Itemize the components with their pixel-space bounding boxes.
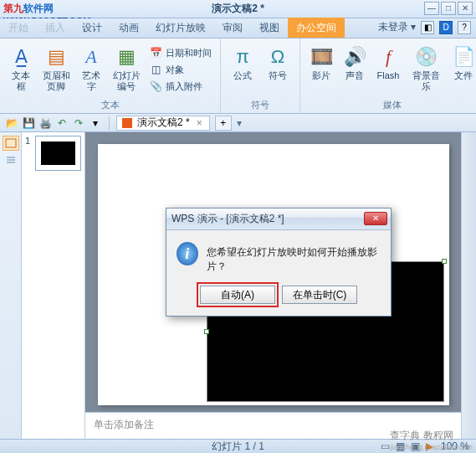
movie-button[interactable]: 🎞️影片	[305, 42, 337, 97]
titlebar: 第九软件网 WWW.D9SOFT.COM 演示文稿2 * — □ ✕	[0, 0, 476, 18]
ribbon-tabs: 开始 插入 设计 动画 幻灯片放映 审阅 视图 办公空间 未登录 ▾ ◧ D ?	[0, 18, 476, 39]
formula-button[interactable]: π公式	[226, 42, 259, 97]
skin-icon[interactable]: ◧	[421, 21, 434, 34]
undo-icon[interactable]: ↶	[55, 116, 69, 130]
auto-button[interactable]: 自动(A)	[200, 286, 275, 304]
view-switcher	[0, 132, 22, 439]
dialog-message: 您希望在幻灯片放映时如何开始播放影片？	[207, 242, 381, 274]
add-tab-button[interactable]: +	[215, 116, 232, 131]
tab-animation[interactable]: 动画	[110, 18, 147, 38]
qat-more-icon[interactable]: ▾	[89, 116, 102, 130]
tab-design[interactable]: 设计	[74, 18, 110, 38]
dialog-titlebar[interactable]: WPS 演示 - [演示文稿2 *] ✕	[166, 208, 391, 230]
ribbon: A̲文本框 ▤页眉和页脚 A艺术字 ▦幻灯片编号 📅日期和时间 ◫对象 📎插入附…	[0, 39, 476, 114]
dialog-close-button[interactable]: ✕	[364, 212, 387, 225]
file-button[interactable]: 📄文件	[448, 42, 476, 97]
minimize-button[interactable]: —	[424, 2, 439, 15]
close-tab-icon[interactable]: ×	[195, 117, 204, 129]
open-icon[interactable]: 📂	[5, 116, 18, 130]
resize-handle[interactable]	[204, 329, 209, 334]
vertical-scrollbar[interactable]	[461, 132, 476, 439]
group-text-label: 文本	[5, 97, 215, 111]
textbox-button[interactable]: A̲文本框	[5, 42, 37, 97]
document-tab-label: 演示文稿2 *	[137, 116, 190, 130]
symbol-button[interactable]: Ω符号	[261, 42, 294, 97]
wordart-button[interactable]: A艺术字	[75, 42, 107, 97]
info-icon: i	[177, 242, 198, 265]
sound-button[interactable]: 🔊声音	[339, 42, 371, 97]
window-title: 演示文稿2 *	[212, 2, 264, 16]
maximize-button[interactable]: □	[441, 2, 456, 15]
tab-review[interactable]: 审阅	[214, 18, 251, 38]
watermark: 查字典 教程网 jiaocheng.chazidian.com	[390, 429, 473, 451]
dialog-title: WPS 演示 - [演示文稿2 *]	[171, 212, 284, 226]
resize-handle[interactable]	[442, 259, 447, 264]
tab-office-space[interactable]: 办公空间	[288, 18, 345, 38]
document-tab[interactable]: 演示文稿2 * ×	[116, 116, 210, 131]
slide-number-button[interactable]: ▦幻灯片编号	[109, 42, 144, 97]
save-icon[interactable]: 💾	[22, 116, 35, 130]
redo-icon[interactable]: ↷	[72, 116, 85, 130]
flash-button[interactable]: fFlash	[372, 42, 404, 97]
bgmusic-button[interactable]: 💿背景音乐	[406, 42, 446, 97]
datetime-button[interactable]: 📅日期和时间	[146, 45, 215, 60]
slide-number: 1	[25, 136, 32, 171]
presentation-icon	[122, 118, 132, 128]
slide-preview	[35, 136, 81, 171]
close-button[interactable]: ✕	[458, 2, 473, 15]
thumbnail-view-button[interactable]	[3, 136, 19, 151]
tab-slideshow[interactable]: 幻灯片放映	[147, 18, 214, 38]
object-button[interactable]: ◫对象	[146, 62, 215, 77]
tab-home[interactable]: 开始	[0, 18, 37, 38]
outline-view-button[interactable]	[3, 152, 19, 167]
slide-thumbnail[interactable]: 1	[25, 136, 81, 171]
thumbnail-panel: 1	[22, 132, 85, 439]
help-icon[interactable]: ?	[458, 21, 471, 34]
quick-access-toolbar: 📂 💾 🖨️ ↶ ↷ ▾ 演示文稿2 * × + ▾	[0, 114, 476, 132]
login-status[interactable]: 未登录 ▾	[378, 20, 416, 34]
attachment-button[interactable]: 📎插入附件	[146, 79, 215, 94]
group-media-label: 媒体	[305, 97, 476, 111]
playback-dialog: WPS 演示 - [演示文稿2 *] ✕ i 您希望在幻灯片放映时如何开始播放影…	[166, 208, 392, 317]
on-click-button[interactable]: 在单击时(C)	[282, 286, 357, 304]
d-icon[interactable]: D	[439, 21, 453, 34]
slide-counter: 幻灯片 1 / 1	[212, 440, 264, 454]
svg-rect-0	[6, 139, 16, 147]
header-footer-button[interactable]: ▤页眉和页脚	[38, 42, 74, 97]
tab-view[interactable]: 视图	[251, 18, 288, 38]
group-symbol-label: 符号	[226, 97, 294, 111]
tab-more-icon[interactable]: ▾	[237, 117, 242, 129]
print-icon[interactable]: 🖨️	[38, 116, 52, 130]
tab-insert[interactable]: 插入	[37, 18, 74, 38]
separator	[109, 116, 110, 130]
